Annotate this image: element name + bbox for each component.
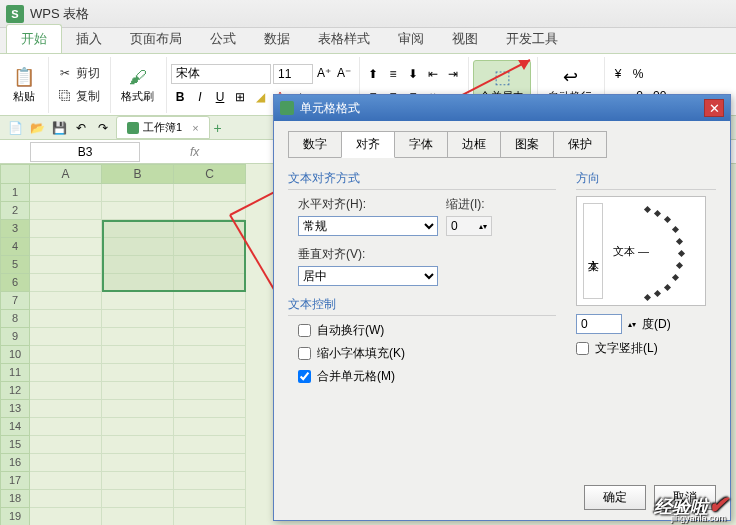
row-header[interactable]: 7 <box>0 292 30 310</box>
row-header[interactable]: 11 <box>0 364 30 382</box>
cell[interactable] <box>30 364 102 382</box>
row-header[interactable]: 10 <box>0 346 30 364</box>
col-header-a[interactable]: A <box>30 164 102 184</box>
cell[interactable] <box>174 184 246 202</box>
increase-indent-icon[interactable]: ⇥ <box>444 65 462 83</box>
cell[interactable] <box>174 400 246 418</box>
cell[interactable] <box>174 436 246 454</box>
cell[interactable] <box>174 220 246 238</box>
wrap-checkbox[interactable] <box>298 324 311 337</box>
row-header[interactable]: 16 <box>0 454 30 472</box>
tab-developer[interactable]: 开发工具 <box>492 25 572 53</box>
cell[interactable] <box>30 256 102 274</box>
decrease-indent-icon[interactable]: ⇤ <box>424 65 442 83</box>
cell[interactable] <box>30 202 102 220</box>
cell[interactable] <box>174 238 246 256</box>
cell[interactable] <box>102 256 174 274</box>
v-align-select[interactable]: 居中 <box>298 266 438 286</box>
vertical-text-checkbox[interactable] <box>576 342 589 355</box>
cell[interactable] <box>174 364 246 382</box>
italic-button[interactable]: I <box>191 88 209 106</box>
cell[interactable] <box>174 472 246 490</box>
row-header[interactable]: 15 <box>0 436 30 454</box>
row-header[interactable]: 8 <box>0 310 30 328</box>
orientation-dial[interactable]: 文本 — <box>609 203 699 299</box>
cell[interactable] <box>30 220 102 238</box>
redo-icon[interactable]: ↷ <box>94 119 112 137</box>
tab-review[interactable]: 审阅 <box>384 25 438 53</box>
row-header[interactable]: 17 <box>0 472 30 490</box>
cell[interactable] <box>174 490 246 508</box>
cell[interactable] <box>102 292 174 310</box>
font-size-select[interactable] <box>273 64 313 84</box>
row-header[interactable]: 12 <box>0 382 30 400</box>
dlg-tab-pattern[interactable]: 图案 <box>500 131 554 158</box>
cell[interactable] <box>174 454 246 472</box>
cell[interactable] <box>30 400 102 418</box>
row-header[interactable]: 4 <box>0 238 30 256</box>
cell[interactable] <box>102 202 174 220</box>
cell[interactable] <box>102 418 174 436</box>
workbook-tab[interactable]: 工作簿1 × <box>116 116 210 139</box>
shrink-checkbox[interactable] <box>298 347 311 360</box>
ok-button[interactable]: 确定 <box>584 485 646 510</box>
cell[interactable] <box>30 454 102 472</box>
dlg-tab-number[interactable]: 数字 <box>288 131 342 158</box>
cell[interactable] <box>174 508 246 525</box>
dlg-tab-font[interactable]: 字体 <box>394 131 448 158</box>
cell[interactable] <box>174 418 246 436</box>
cell[interactable] <box>102 364 174 382</box>
currency-icon[interactable]: ¥ <box>609 65 627 83</box>
row-header[interactable]: 9 <box>0 328 30 346</box>
h-align-select[interactable]: 常规 <box>298 216 438 236</box>
cell[interactable] <box>174 292 246 310</box>
cell[interactable] <box>102 508 174 525</box>
font-name-select[interactable] <box>171 64 271 84</box>
close-tab-icon[interactable]: × <box>192 122 198 134</box>
tab-insert[interactable]: 插入 <box>62 25 116 53</box>
format-painter-button[interactable]: 🖌 格式刷 <box>115 63 160 106</box>
undo-icon[interactable]: ↶ <box>72 119 90 137</box>
underline-button[interactable]: U <box>211 88 229 106</box>
degree-input[interactable] <box>576 314 622 334</box>
cell[interactable] <box>30 508 102 525</box>
cell[interactable] <box>174 346 246 364</box>
paste-button[interactable]: 📋 粘贴 <box>6 63 42 106</box>
percent-icon[interactable]: % <box>629 65 647 83</box>
cell[interactable] <box>174 202 246 220</box>
new-doc-icon[interactable]: 📄 <box>6 119 24 137</box>
row-header[interactable]: 6 <box>0 274 30 292</box>
cell[interactable] <box>30 292 102 310</box>
tab-view[interactable]: 视图 <box>438 25 492 53</box>
cell[interactable] <box>102 310 174 328</box>
cell[interactable] <box>30 238 102 256</box>
tab-formula[interactable]: 公式 <box>196 25 250 53</box>
dialog-title-bar[interactable]: 单元格格式 ✕ <box>274 95 730 121</box>
cut-button[interactable]: ✂剪切 <box>53 63 104 84</box>
merge-checkbox[interactable] <box>298 370 311 383</box>
dlg-tab-border[interactable]: 边框 <box>447 131 501 158</box>
indent-spinner[interactable]: 0▴▾ <box>446 216 492 236</box>
cell[interactable] <box>174 328 246 346</box>
bold-button[interactable]: B <box>171 88 189 106</box>
fill-color-button[interactable]: ◢ <box>251 88 269 106</box>
tab-data[interactable]: 数据 <box>250 25 304 53</box>
row-header[interactable]: 18 <box>0 490 30 508</box>
cell[interactable] <box>174 310 246 328</box>
save-icon[interactable]: 💾 <box>50 119 68 137</box>
row-header[interactable]: 5 <box>0 256 30 274</box>
col-header-c[interactable]: C <box>174 164 246 184</box>
cell[interactable] <box>174 382 246 400</box>
row-header[interactable]: 3 <box>0 220 30 238</box>
cell[interactable] <box>30 472 102 490</box>
cell[interactable] <box>30 436 102 454</box>
increase-font-icon[interactable]: A⁺ <box>315 64 333 82</box>
fx-label[interactable]: fx <box>190 145 199 159</box>
tab-home[interactable]: 开始 <box>6 24 62 53</box>
row-header[interactable]: 2 <box>0 202 30 220</box>
cell[interactable] <box>30 274 102 292</box>
cell[interactable] <box>102 184 174 202</box>
cell[interactable] <box>30 418 102 436</box>
col-header-b[interactable]: B <box>102 164 174 184</box>
cell[interactable] <box>102 454 174 472</box>
